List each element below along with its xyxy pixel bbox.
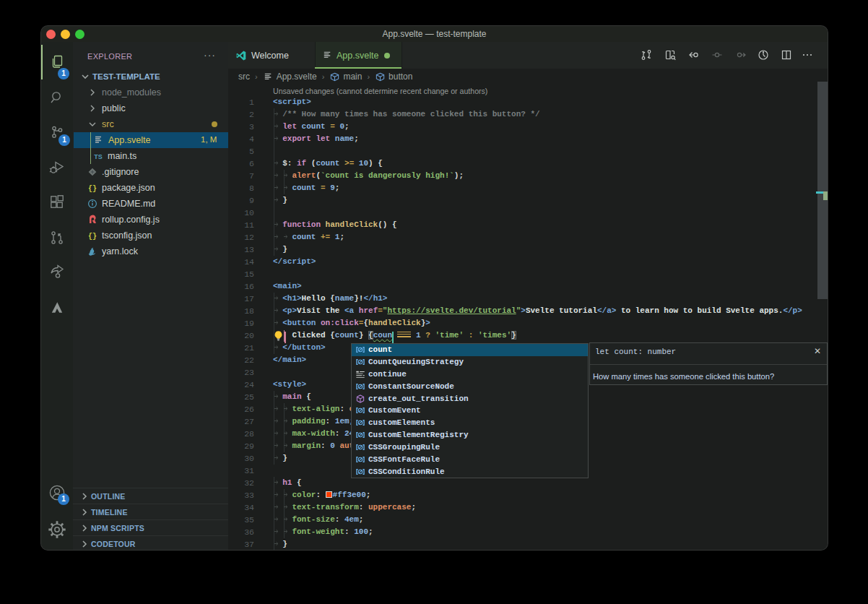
svg-text:{}: {} <box>88 185 97 193</box>
svg-text:{}: {} <box>88 233 97 241</box>
svg-text:TS: TS <box>94 153 103 160</box>
